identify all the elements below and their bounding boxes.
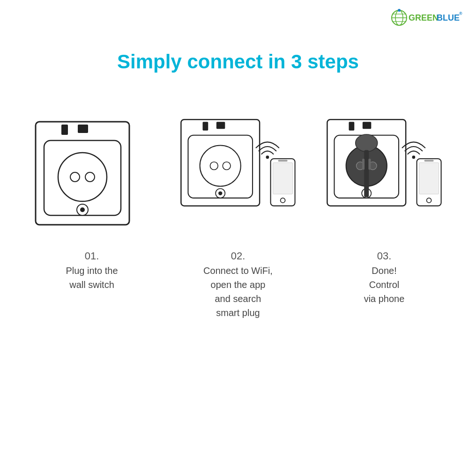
step-1-number: 01. bbox=[66, 248, 118, 264]
svg-rect-10 bbox=[61, 125, 68, 135]
step-3: 03. Done! Control via phone bbox=[316, 108, 452, 306]
logo-svg: GREEN BLUE ® bbox=[390, 8, 465, 27]
svg-point-26 bbox=[218, 192, 222, 195]
step-3-text: 03. Done! Control via phone bbox=[364, 248, 405, 306]
svg-point-24 bbox=[223, 162, 231, 170]
step-2-svg bbox=[177, 108, 299, 218]
step-2-text: 02. Connect to WiFi, open the app and se… bbox=[203, 248, 273, 320]
svg-rect-49 bbox=[424, 160, 434, 162]
svg-point-41 bbox=[356, 134, 378, 152]
step-3-number: 03. bbox=[364, 248, 405, 264]
step-2: 02. Connect to WiFi, open the app and se… bbox=[170, 108, 306, 320]
svg-rect-19 bbox=[203, 122, 208, 130]
step-3-desc: Done! Control via phone bbox=[364, 264, 405, 306]
main-title: Simply connect in 3 steps bbox=[0, 51, 476, 73]
svg-point-23 bbox=[210, 162, 218, 170]
svg-point-22 bbox=[200, 146, 241, 186]
step-2-desc: Connect to WiFi, open the app and search… bbox=[203, 264, 273, 320]
step-3-svg bbox=[323, 108, 445, 218]
svg-rect-47 bbox=[419, 162, 439, 194]
step-2-illustration bbox=[177, 108, 299, 239]
brand-logo: GREEN BLUE ® bbox=[390, 8, 465, 27]
step-1: 01. Plug into the wall switch bbox=[24, 108, 160, 292]
svg-point-17 bbox=[80, 207, 85, 212]
svg-rect-11 bbox=[78, 125, 88, 133]
svg-point-15 bbox=[85, 172, 95, 182]
steps-container: 01. Plug into the wall switch bbox=[19, 108, 457, 320]
step-1-desc: Plug into the wall switch bbox=[66, 264, 118, 292]
svg-rect-33 bbox=[349, 122, 355, 130]
step-3-illustration bbox=[323, 108, 445, 239]
svg-point-13 bbox=[58, 153, 107, 201]
step-2-number: 02. bbox=[203, 248, 273, 264]
svg-point-30 bbox=[281, 198, 285, 203]
svg-rect-20 bbox=[216, 122, 225, 129]
step-1-svg bbox=[31, 108, 153, 239]
svg-text:®: ® bbox=[459, 11, 462, 16]
svg-rect-31 bbox=[278, 160, 288, 162]
svg-rect-44 bbox=[368, 159, 371, 170]
step-1-text: 01. Plug into the wall switch bbox=[66, 248, 118, 292]
svg-rect-29 bbox=[273, 162, 293, 194]
svg-point-27 bbox=[266, 155, 269, 159]
svg-point-5 bbox=[398, 9, 401, 12]
svg-point-14 bbox=[70, 172, 80, 182]
svg-point-48 bbox=[427, 198, 431, 203]
svg-text:BLUE: BLUE bbox=[437, 13, 460, 22]
svg-text:GREEN: GREEN bbox=[409, 13, 439, 22]
svg-point-45 bbox=[412, 155, 416, 159]
step-1-illustration bbox=[31, 108, 153, 239]
svg-rect-43 bbox=[362, 159, 364, 170]
svg-rect-42 bbox=[364, 150, 369, 198]
svg-rect-34 bbox=[363, 122, 371, 129]
